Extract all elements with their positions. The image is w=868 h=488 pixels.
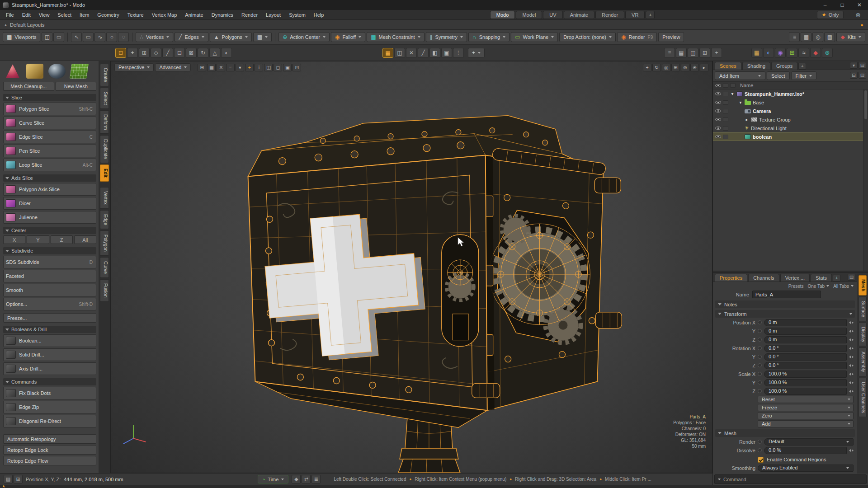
section-header-slice[interactable]: Slice	[3, 94, 96, 101]
move-tool-icon[interactable]: +	[127, 48, 138, 58]
more-tools-icon[interactable]: ⋮	[453, 48, 464, 58]
scene-scrollbar[interactable]	[863, 89, 868, 271]
notes-section-header[interactable]: Notes	[715, 300, 855, 308]
transform-action-zero[interactable]: Zero	[758, 412, 854, 419]
tool-loop-slice[interactable]: Loop SliceAlt-C	[3, 159, 96, 171]
layout-tab-render[interactable]: Render	[595, 11, 624, 19]
freeze-button[interactable]: Freeze...	[3, 313, 96, 323]
channel-dot-icon[interactable]	[758, 448, 762, 452]
close-button[interactable]: ✕	[851, 0, 868, 10]
tool-smooth[interactable]: Smooth	[3, 284, 96, 296]
tool-sds-subdivide[interactable]: SDS SubdivideD	[3, 256, 96, 268]
tool-preset-tool-icon[interactable]	[26, 64, 43, 79]
thumb-view-icon[interactable]: ▤	[676, 48, 687, 58]
toolbox-tab-edit[interactable]: Edit	[100, 164, 109, 182]
dissolve-field[interactable]: 0.0 %	[764, 447, 847, 454]
minimize-button[interactable]: –	[816, 0, 834, 10]
keyframe-icon[interactable]: ◆	[292, 475, 301, 483]
channel-dot-icon[interactable]	[758, 329, 762, 333]
retopo-button-retopo-edge-lock[interactable]: Retopo Edge Lock	[3, 445, 96, 455]
setup-palette-icon[interactable]: ⊛	[822, 48, 833, 58]
scene-item-label[interactable]: Camera	[753, 108, 771, 114]
only-toggle-button[interactable]: ★ Only	[817, 11, 844, 19]
scrollbar-thumb[interactable]	[864, 90, 867, 119]
toolbox-tab-vertex[interactable]: Vertex	[100, 187, 109, 209]
channel-dot-icon[interactable]	[758, 355, 762, 359]
items-mode-button[interactable]: ▦	[253, 32, 272, 42]
mesh-cleanup-button[interactable]: Mesh Cleanup...	[3, 82, 54, 91]
spinner-arrows-icon[interactable]	[849, 338, 854, 341]
toolbox-tab-edge[interactable]: Edge	[100, 210, 109, 230]
section-header-subdivide[interactable]: Subdivide	[3, 247, 96, 254]
thumbnail-view-icon[interactable]: ▤	[824, 32, 835, 42]
spinner-arrows-icon[interactable]	[849, 373, 854, 375]
menu-item-vertex-map[interactable]: Vertex Map	[148, 10, 181, 20]
tool-faceted[interactable]: Faceted	[3, 270, 96, 282]
tab-stats[interactable]: Stats	[811, 274, 832, 282]
menu-item-file[interactable]: File	[2, 10, 18, 20]
toolbox-tab-deform[interactable]: Deform	[100, 110, 109, 134]
tool-curve-slice[interactable]: Curve Slice	[3, 117, 96, 129]
scene-item-label[interactable]: Steampunk_Hammer.lxo*	[745, 91, 804, 97]
visibility-eye-icon[interactable]	[715, 91, 721, 97]
channel-dot-icon[interactable]	[758, 363, 762, 367]
tool-axis-drill[interactable]: Axis Drill...	[3, 362, 96, 375]
visibility-eye-icon[interactable]	[715, 117, 721, 122]
viewports-button[interactable]: ▦ Viewports	[3, 32, 40, 42]
toolbox-tab-polygon[interactable]: Polygon	[100, 230, 109, 256]
vertices-mode-button[interactable]: ∴Vertices	[136, 32, 173, 42]
knife-tool-icon[interactable]: ╱	[162, 48, 173, 58]
add-tool-button[interactable]: +	[468, 48, 485, 58]
corner-star-icon[interactable]: ★	[2, 485, 5, 488]
kits-button[interactable]: ◆Kits	[836, 32, 865, 42]
command-bar[interactable]: Command	[714, 474, 867, 484]
toolbox-tab-fusion[interactable]: Fusion	[100, 279, 109, 302]
tool-preset-plane-icon[interactable]	[70, 64, 89, 79]
name-input[interactable]: Parts_A	[752, 291, 821, 298]
lasso-select-tool-icon[interactable]: ∿	[94, 32, 105, 42]
scene-item-row[interactable]: Camera	[713, 107, 868, 115]
name-column-header[interactable]: Name	[740, 83, 753, 88]
tab-groups[interactable]: Groups	[771, 62, 797, 70]
layout-tab-vr[interactable]: VR	[625, 11, 645, 19]
symmetry-button[interactable]: ∥Symmetry	[426, 32, 467, 42]
new-mesh-button[interactable]: New Mesh	[56, 82, 96, 91]
channel-dot-icon[interactable]	[758, 320, 762, 324]
sculpt-palette-icon[interactable]: ◉	[775, 48, 786, 58]
work-plane-button[interactable]: ▭Work Plane	[511, 32, 558, 42]
paint-palette-icon[interactable]: ◐	[763, 48, 774, 58]
layout-indicator-icon[interactable]: ●	[860, 22, 863, 28]
slice-tool-icon[interactable]: ╱	[418, 48, 429, 58]
layout-grid-icon[interactable]: ▦	[801, 32, 811, 42]
viewport-3d[interactable]: PerspectiveAdvanced ⊞▦✕≈▾+i◫◻▣⊡ +↻◎⊞⊛☀▸ …	[110, 61, 712, 473]
grid-toggle-icon[interactable]: ⊞	[198, 64, 206, 71]
tool-pen-slice[interactable]: Pen Slice	[3, 145, 96, 157]
view-type-button[interactable]: Perspective	[114, 63, 154, 71]
tool-polygon-axis-slice[interactable]: Polygon Axis Slice	[3, 183, 96, 196]
time-toggle-button[interactable]: ◔ Time	[258, 475, 289, 483]
rotate-tool-icon[interactable]: ↻	[198, 48, 208, 58]
pen-tool-icon[interactable]: ◇	[151, 48, 161, 58]
maximize-button[interactable]: □	[834, 0, 851, 10]
menu-item-texture[interactable]: Texture	[123, 10, 148, 20]
orbit-view-icon[interactable]: ↻	[652, 64, 661, 71]
menu-item-select[interactable]: Select	[53, 10, 75, 20]
menu-item-item[interactable]: Item	[75, 10, 93, 20]
hair-palette-icon[interactable]: ≈	[798, 48, 809, 58]
fit-view-icon[interactable]: ⊞	[671, 64, 680, 71]
spinner-arrows-icon[interactable]	[849, 364, 854, 367]
split-view-icon[interactable]: ◫	[688, 48, 698, 58]
select-button[interactable]: Select	[767, 71, 790, 80]
scale-x-field[interactable]: 100.0 %	[764, 371, 847, 378]
scene-item-row[interactable]: ☀ Directional Light	[713, 124, 868, 132]
tool-options[interactable]: Options...Shift-D	[3, 298, 96, 310]
spinner-arrows-icon[interactable]	[849, 381, 854, 384]
rotation-x-field[interactable]: 0.0 °	[764, 345, 847, 352]
center-button-x[interactable]: X	[3, 235, 25, 244]
scene-item-label[interactable]: Base	[753, 100, 764, 105]
tool-polygon-slice[interactable]: Polygon SliceShift-C	[3, 103, 96, 115]
shading-mode-button[interactable]: Advanced	[155, 63, 191, 71]
playback-options-icon[interactable]: ≣	[311, 475, 321, 483]
channel-dot-icon[interactable]	[758, 338, 762, 342]
menu-item-edit[interactable]: Edit	[18, 10, 35, 20]
